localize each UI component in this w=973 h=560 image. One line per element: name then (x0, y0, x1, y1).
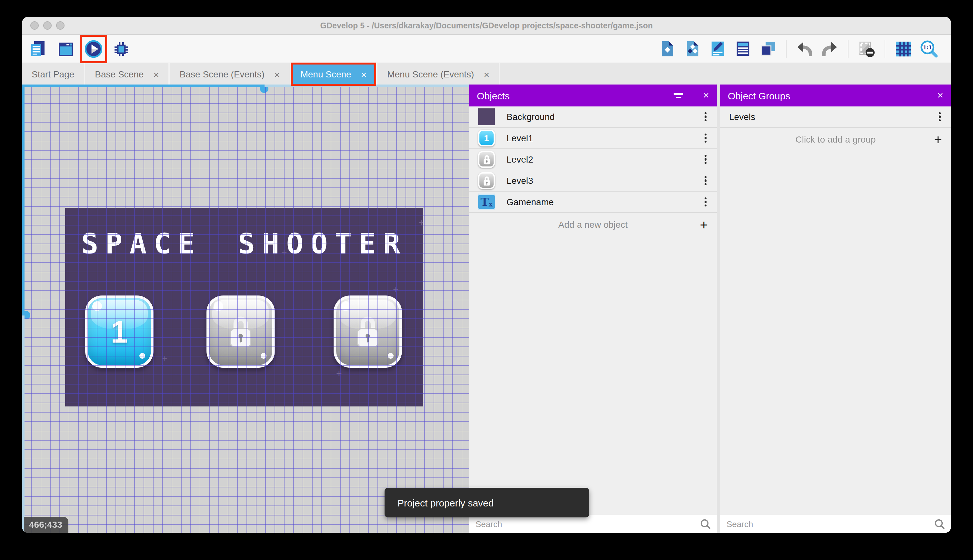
game-scene-preview: SPACE SHOOTER + + + + + 1 (65, 208, 423, 407)
save-toast: Project properly saved (385, 488, 589, 517)
row-menu-icon[interactable] (705, 155, 706, 164)
tab-label: Menu Scene (300, 69, 351, 79)
toolbar: 1:1 (22, 35, 951, 63)
tab-base-scene[interactable]: Base Scene × (85, 63, 170, 85)
tab-label: Menu Scene (Events) (387, 69, 474, 79)
level1-thumbnail: 1 (478, 130, 495, 147)
open-layers-glyph (734, 40, 751, 57)
toolbar-separator (848, 40, 848, 58)
add-group-button[interactable]: Click to add a group + (720, 128, 951, 151)
star-decoration: + (393, 284, 399, 295)
undo-icon[interactable] (795, 39, 814, 58)
project-manager-glyph (29, 40, 47, 58)
edit-instances-icon[interactable] (758, 39, 778, 58)
cursor-coordinates: 466;433 (24, 517, 69, 533)
zoom-1-1-glyph: 1:1 (919, 39, 938, 58)
text-object-thumbnail: Tx (478, 193, 495, 210)
redo-icon[interactable] (820, 39, 840, 58)
scene-editor-icon[interactable] (56, 39, 75, 58)
edit-objects-glyph (684, 40, 701, 57)
level3-thumbnail (478, 172, 495, 189)
redo-glyph (821, 40, 839, 58)
level3-locked-button-object[interactable] (333, 295, 402, 368)
object-row-level2[interactable]: Level2 (469, 149, 717, 170)
tab-menu-scene[interactable]: Menu Scene × (291, 63, 377, 85)
screen: GDevelop 5 - /Users/dkarakay/Documents/G… (0, 0, 973, 560)
toolbar-right: 1:1 (658, 39, 951, 58)
level2-thumbnail (478, 151, 495, 168)
objects-panel-header: Objects × (469, 85, 717, 107)
close-icon[interactable]: × (361, 69, 367, 80)
zoom-1-1-icon[interactable]: 1:1 (919, 39, 938, 58)
group-row-levels[interactable]: Levels (720, 107, 951, 128)
close-icon[interactable]: × (483, 69, 490, 80)
undo-glyph (796, 40, 814, 58)
scene-editor-glyph (57, 40, 75, 58)
groups-search-bar (720, 515, 951, 533)
filter-icon[interactable] (673, 93, 684, 98)
window-title: GDevelop 5 - /Users/dkarakay/Documents/G… (22, 21, 951, 30)
close-icon[interactable]: × (153, 69, 159, 80)
button-shine-dot (139, 353, 145, 359)
svg-text:1:1: 1:1 (923, 45, 932, 51)
toggle-grid-glyph (894, 40, 912, 58)
object-groups-panel-header: Object Groups × (720, 85, 951, 107)
play-icon (84, 38, 103, 59)
debug-glyph (112, 40, 130, 58)
star-decoration: + (336, 368, 342, 379)
object-row-level1[interactable]: 1 Level1 (469, 128, 717, 149)
toolbar-separator (786, 40, 786, 58)
project-manager-icon[interactable] (28, 39, 48, 58)
row-menu-icon[interactable] (705, 112, 706, 121)
star-decoration: + (162, 353, 168, 364)
row-menu-icon[interactable] (705, 133, 706, 143)
close-icon[interactable]: × (930, 90, 951, 101)
play-button[interactable] (84, 39, 103, 58)
objects-panel-title: Objects (469, 90, 510, 101)
content: SPACE SHOOTER + + + + + 1 (22, 85, 951, 533)
panel-divider[interactable] (717, 85, 720, 533)
scene-canvas[interactable]: SPACE SHOOTER + + + + + 1 (22, 85, 469, 533)
object-row-level3[interactable]: Level3 (469, 170, 717, 192)
scene-title-text-object[interactable]: SPACE SHOOTER (65, 227, 423, 260)
level1-button-object[interactable]: 1 (85, 295, 153, 368)
background-thumbnail (478, 108, 495, 125)
tab-label: Start Page (32, 69, 74, 79)
edit-scene-properties-glyph (709, 40, 726, 57)
object-row-background[interactable]: Background (469, 107, 717, 128)
edit-scene-properties-icon[interactable] (708, 39, 727, 58)
row-menu-icon[interactable] (705, 197, 706, 207)
toggle-mask-icon[interactable] (857, 39, 876, 58)
tab-label: Base Scene (95, 69, 143, 79)
edit-objects-icon[interactable] (683, 39, 702, 58)
plus-icon: + (934, 133, 942, 146)
object-row-gamename[interactable]: Tx Gamename (469, 192, 717, 213)
titlebar: GDevelop 5 - /Users/dkarakay/Documents/G… (22, 17, 951, 35)
close-icon[interactable]: × (274, 69, 280, 80)
open-layers-icon[interactable] (733, 39, 752, 58)
tab-start-page[interactable]: Start Page (22, 63, 85, 85)
toggle-grid-icon[interactable] (894, 39, 913, 58)
toggle-mask-glyph (858, 40, 876, 58)
search-icon (934, 518, 945, 529)
level2-locked-button-object[interactable] (207, 295, 275, 368)
export-project-icon[interactable] (658, 39, 677, 58)
groups-search-input[interactable] (720, 518, 934, 529)
tab-label: Base Scene (Events) (180, 69, 265, 79)
star-decoration: + (419, 217, 425, 228)
vertical-scrollbar[interactable] (22, 85, 25, 533)
horizontal-scrollbar[interactable] (22, 85, 469, 87)
row-menu-icon[interactable] (939, 112, 941, 121)
close-icon[interactable]: × (695, 90, 717, 101)
button-shine-dot (261, 353, 267, 359)
row-menu-icon[interactable] (705, 176, 706, 185)
debug-icon[interactable] (112, 39, 131, 58)
add-object-button[interactable]: Add a new object + (469, 213, 717, 236)
objects-search-bar (469, 515, 717, 533)
export-project-glyph (658, 40, 676, 57)
tab-menu-scene-events[interactable]: Menu Scene (Events) × (377, 63, 500, 85)
tab-base-scene-events[interactable]: Base Scene (Events) × (170, 63, 291, 85)
gdevelop-window: GDevelop 5 - /Users/dkarakay/Documents/G… (22, 17, 951, 533)
objects-search-input[interactable] (469, 518, 700, 529)
objects-panel: Objects × Background 1 Level1 (469, 85, 717, 533)
